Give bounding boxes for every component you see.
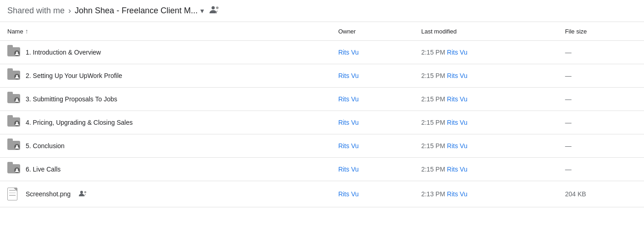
column-header-owner[interactable]: Owner: [331, 22, 414, 41]
folder-icon: [7, 71, 20, 81]
file-name-cell: 6. Live Calls: [0, 158, 331, 181]
sort-arrow-icon: ↑: [25, 28, 28, 35]
file-size-value: 204 KB: [565, 190, 586, 198]
file-size-cell: —: [558, 134, 644, 158]
file-owner-cell: Rits Vu: [331, 158, 414, 181]
breadcrumb-current-folder: John Shea - Freelance Client M... ▾: [75, 6, 204, 16]
file-owner-cell: Rits Vu: [331, 41, 414, 64]
svg-point-2: [16, 52, 18, 54]
folder-icon: [7, 117, 20, 128]
owner-link[interactable]: Rits Vu: [338, 95, 359, 103]
file-modified-cell: 2:15 PM Rits Vu: [414, 134, 558, 158]
svg-point-4: [16, 99, 18, 100]
breadcrumb-people-icon[interactable]: [209, 6, 220, 16]
folder-icon: [7, 47, 20, 57]
modified-by-link[interactable]: Rits Vu: [447, 166, 468, 173]
file-table: Name ↑ Owner Last modified File size 1. …: [0, 22, 644, 207]
breadcrumb-folder-name[interactable]: John Shea - Freelance Client M...: [75, 6, 198, 16]
breadcrumb: Shared with me › John Shea - Freelance C…: [0, 0, 644, 22]
modified-time: 2:13 PM: [421, 190, 445, 198]
file-icon: [7, 188, 20, 200]
modified-by-link[interactable]: Rits Vu: [447, 95, 468, 103]
file-modified-cell: 2:15 PM Rits Vu: [414, 64, 558, 88]
file-owner-cell: Rits Vu: [331, 181, 414, 207]
file-name-label: 1. Introduction & Overview: [26, 49, 101, 56]
file-owner-cell: Rits Vu: [331, 111, 414, 134]
file-name-label: 4. Pricing, Upgrading & Closing Sales: [26, 119, 132, 126]
file-size-cell: —: [558, 158, 644, 181]
modified-by-link[interactable]: Rits Vu: [447, 190, 468, 198]
file-modified-cell: 2:15 PM Rits Vu: [414, 88, 558, 111]
file-size-value: —: [565, 72, 572, 79]
modified-time: 2:15 PM: [421, 166, 445, 173]
table-row[interactable]: 6. Live CallsRits Vu 2:15 PM Rits Vu —: [0, 158, 644, 181]
file-name-label: Screenshot.png: [26, 190, 71, 198]
modified-time: 2:15 PM: [421, 49, 445, 56]
file-size-value: —: [565, 119, 572, 126]
file-size-cell: —: [558, 88, 644, 111]
column-header-name[interactable]: Name ↑: [0, 22, 331, 41]
table-row[interactable]: 5. ConclusionRits Vu 2:15 PM Rits Vu —: [0, 134, 644, 158]
modified-time: 2:15 PM: [421, 95, 445, 103]
owner-link[interactable]: Rits Vu: [338, 142, 359, 150]
file-name-cell: Screenshot.png: [0, 181, 331, 207]
svg-point-1: [216, 6, 219, 9]
file-size-value: —: [565, 95, 572, 103]
svg-point-7: [16, 169, 18, 171]
modified-time: 2:15 PM: [421, 119, 445, 126]
file-owner-cell: Rits Vu: [331, 64, 414, 88]
file-size-value: —: [565, 49, 572, 56]
svg-point-0: [212, 6, 215, 10]
modified-time: 2:15 PM: [421, 142, 445, 150]
breadcrumb-separator: ›: [68, 6, 71, 16]
svg-point-8: [80, 191, 83, 194]
table-row[interactable]: 3. Submitting Proposals To JobsRits Vu 2…: [0, 88, 644, 111]
table-header-row: Name ↑ Owner Last modified File size: [0, 22, 644, 41]
file-name-cell: 4. Pricing, Upgrading & Closing Sales: [0, 111, 331, 134]
file-name-cell: 2. Setting Up Your UpWork Profile: [0, 64, 331, 88]
column-header-last-modified[interactable]: Last modified: [414, 22, 558, 41]
file-size-value: —: [565, 166, 572, 173]
file-owner-cell: Rits Vu: [331, 134, 414, 158]
table-row[interactable]: 2. Setting Up Your UpWork ProfileRits Vu…: [0, 64, 644, 88]
file-name-cell: 3. Submitting Proposals To Jobs: [0, 88, 331, 111]
file-name-label: 5. Conclusion: [26, 142, 65, 150]
column-header-file-size[interactable]: File size: [558, 22, 644, 41]
file-modified-cell: 2:13 PM Rits Vu: [414, 181, 558, 207]
owner-link[interactable]: Rits Vu: [338, 72, 359, 79]
file-size-cell: —: [558, 41, 644, 64]
modified-by-link[interactable]: Rits Vu: [447, 119, 468, 126]
file-size-cell: —: [558, 64, 644, 88]
file-modified-cell: 2:15 PM Rits Vu: [414, 158, 558, 181]
folder-icon: [7, 94, 20, 104]
file-size-cell: —: [558, 111, 644, 134]
breadcrumb-shared-link[interactable]: Shared with me: [7, 6, 65, 16]
modified-by-link[interactable]: Rits Vu: [447, 49, 468, 56]
file-modified-cell: 2:15 PM Rits Vu: [414, 111, 558, 134]
table-row[interactable]: 1. Introduction & OverviewRits Vu 2:15 P…: [0, 41, 644, 64]
owner-link[interactable]: Rits Vu: [338, 190, 359, 198]
owner-link[interactable]: Rits Vu: [338, 166, 359, 173]
file-name-cell: 5. Conclusion: [0, 134, 331, 158]
svg-point-9: [84, 191, 87, 193]
svg-point-3: [16, 75, 18, 77]
file-name-cell: 1. Introduction & Overview: [0, 41, 331, 64]
modified-time: 2:15 PM: [421, 72, 445, 79]
svg-point-6: [16, 145, 18, 147]
owner-link[interactable]: Rits Vu: [338, 49, 359, 56]
file-modified-cell: 2:15 PM Rits Vu: [414, 41, 558, 64]
owner-link[interactable]: Rits Vu: [338, 119, 359, 126]
svg-point-5: [16, 122, 18, 124]
file-shared-icon: [79, 190, 87, 198]
file-name-label: 2. Setting Up Your UpWork Profile: [26, 72, 122, 79]
file-owner-cell: Rits Vu: [331, 88, 414, 111]
table-row[interactable]: 4. Pricing, Upgrading & Closing SalesRit…: [0, 111, 644, 134]
modified-by-link[interactable]: Rits Vu: [447, 142, 468, 150]
file-name-label: 3. Submitting Proposals To Jobs: [26, 95, 117, 103]
table-row[interactable]: Screenshot.png Rits Vu 2:13 PM Rits Vu 2…: [0, 181, 644, 207]
breadcrumb-dropdown-button[interactable]: ▾: [200, 6, 204, 15]
file-name-label: 6. Live Calls: [26, 166, 61, 173]
file-size-value: —: [565, 142, 572, 150]
modified-by-link[interactable]: Rits Vu: [447, 72, 468, 79]
folder-icon: [7, 141, 20, 151]
